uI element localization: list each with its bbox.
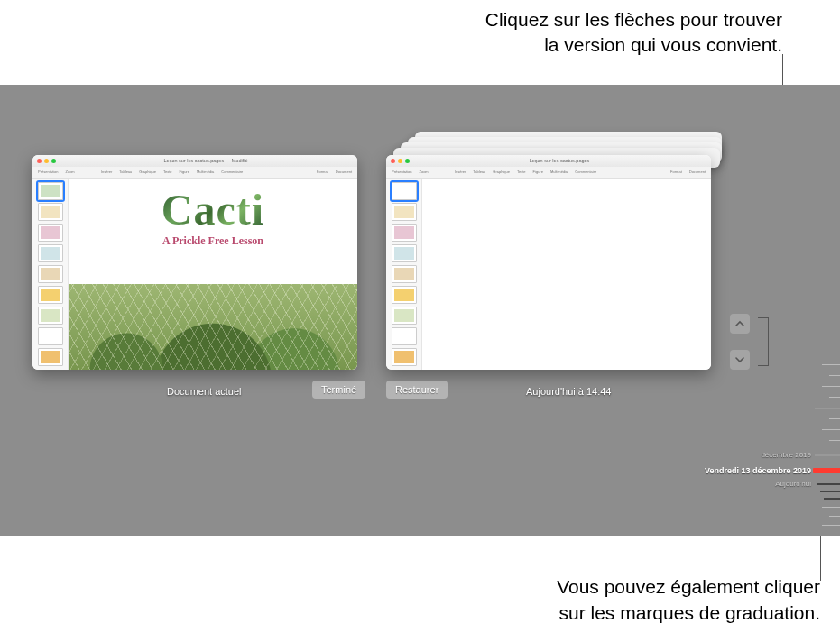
- timeline-tick-selected[interactable]: [813, 468, 840, 473]
- document-body: Cacti A Prickle Free Lesson: [32, 179, 357, 370]
- toolbar-item[interactable]: Document: [336, 170, 352, 174]
- instruction-top-line2: la version qui vous convient.: [544, 34, 782, 55]
- page-thumbnail[interactable]: [392, 348, 417, 366]
- toolbar-item[interactable]: Multimédia: [550, 170, 568, 174]
- toolbar-item[interactable]: Texte: [163, 170, 172, 174]
- toolbar-item[interactable]: Insérer: [101, 170, 112, 174]
- instruction-bottom-line1: Vous pouvez également cliquer: [557, 576, 820, 597]
- window-titlebar: Leçon sur les cactus.pages — Modifié: [32, 155, 357, 167]
- page-thumbnail[interactable]: [392, 265, 417, 283]
- minimize-icon[interactable]: [44, 159, 49, 163]
- toolbar-item[interactable]: Présentation: [392, 170, 411, 174]
- timeline-tick[interactable]: [822, 386, 840, 387]
- page-canvas[interactable]: Cacti A Prickle Free Lesson: [69, 179, 357, 370]
- page-thumbnail[interactable]: [392, 224, 417, 242]
- timeline-tick[interactable]: [829, 375, 840, 376]
- toolbar: Présentation Zoom Insérer Tableau Graphi…: [386, 167, 711, 179]
- page-thumbnail[interactable]: [38, 244, 63, 262]
- timeline-tick[interactable]: [822, 429, 840, 430]
- timeline-month-label: décembre 2019: [761, 451, 811, 459]
- document-body: [386, 179, 711, 370]
- thumbnail-strip[interactable]: [386, 179, 422, 370]
- instruction-bottom: Vous pouvez également cliquer sur les ma…: [557, 574, 820, 626]
- timeline-tick[interactable]: [815, 408, 840, 409]
- close-icon[interactable]: [391, 159, 395, 163]
- thumbnail-strip[interactable]: [32, 179, 69, 370]
- toolbar-item[interactable]: Format: [670, 170, 682, 174]
- page-thumbnail[interactable]: [392, 182, 417, 200]
- minimize-icon[interactable]: [398, 159, 402, 163]
- version-document-window[interactable]: Leçon sur les cactus.pages Présentation …: [386, 155, 711, 370]
- version-next-button[interactable]: [730, 350, 750, 370]
- toolbar-item[interactable]: Insérer: [455, 170, 466, 174]
- chevron-down-icon: [735, 355, 744, 364]
- nav-bracket: [758, 317, 769, 366]
- page-thumbnail[interactable]: [38, 182, 63, 200]
- window-title: Leçon sur les cactus.pages: [412, 158, 706, 163]
- page-thumbnail[interactable]: [38, 224, 63, 242]
- current-document-window[interactable]: Leçon sur les cactus.pages — Modifié Pré…: [32, 155, 357, 370]
- timeline-selected-label: Vendredi 13 décembre 2019: [705, 466, 811, 475]
- toolbar-item[interactable]: Document: [689, 170, 706, 174]
- page-thumbnail[interactable]: [392, 244, 417, 262]
- timeline-today-label: Aujourd'hui: [775, 480, 811, 488]
- timeline-tick[interactable]: [829, 397, 840, 398]
- timeline-tick[interactable]: [824, 498, 840, 500]
- toolbar-item[interactable]: Graphique: [139, 170, 156, 174]
- page-thumbnail[interactable]: [392, 327, 417, 345]
- window-title: Leçon sur les cactus.pages — Modifié: [59, 158, 353, 163]
- restore-button[interactable]: Restaurer: [386, 381, 448, 399]
- instruction-top: Cliquez sur les flèches pour trouver la …: [485, 7, 782, 59]
- version-timestamp-label: Aujourd'hui à 14:44: [526, 386, 611, 397]
- page-thumbnail[interactable]: [38, 307, 63, 325]
- toolbar-item[interactable]: Figure: [180, 170, 189, 174]
- timeline-tick[interactable]: [822, 507, 840, 508]
- toolbar-item[interactable]: Présentation: [38, 170, 58, 174]
- slide-subtitle: A Prickle Free Lesson: [162, 234, 263, 248]
- done-button-label: Terminé: [321, 384, 356, 395]
- version-prev-button[interactable]: [730, 314, 750, 334]
- page-thumbnail[interactable]: [392, 286, 417, 304]
- page-thumbnail[interactable]: [38, 286, 63, 304]
- page-thumbnail[interactable]: [392, 203, 417, 221]
- window-titlebar: Leçon sur les cactus.pages: [386, 155, 711, 167]
- toolbar-item[interactable]: Commentaire: [221, 170, 243, 174]
- instruction-top-line1: Cliquez sur les flèches pour trouver: [485, 9, 782, 30]
- page-thumbnail[interactable]: [38, 348, 63, 366]
- timeline-tick[interactable]: [829, 418, 840, 419]
- toolbar-item[interactable]: Tableau: [119, 170, 132, 174]
- toolbar-item[interactable]: Tableau: [473, 170, 485, 174]
- zoom-icon[interactable]: [405, 159, 410, 163]
- toolbar: Présentation Zoom Insérer Tableau Graphi…: [32, 167, 357, 179]
- toolbar-item[interactable]: Graphique: [493, 170, 510, 174]
- cactus-image: [69, 284, 357, 370]
- timeline-tick[interactable]: [817, 483, 840, 485]
- close-icon[interactable]: [37, 159, 42, 163]
- page-thumbnail[interactable]: [38, 203, 63, 221]
- toolbar-item[interactable]: Zoom: [65, 170, 74, 174]
- chevron-up-icon: [735, 319, 744, 328]
- timeline-tick[interactable]: [829, 440, 840, 441]
- timeline-tick[interactable]: [829, 516, 840, 517]
- version-timeline[interactable]: décembre 2019 Vendredi 13 décembre 2019 …: [804, 364, 840, 536]
- instruction-bottom-line2: sur les marques de graduation.: [559, 602, 821, 623]
- timeline-tick[interactable]: [822, 364, 840, 365]
- zoom-icon[interactable]: [51, 159, 56, 163]
- toolbar-item[interactable]: Zoom: [419, 170, 428, 174]
- page-canvas-blank[interactable]: [422, 179, 711, 370]
- toolbar-item[interactable]: Figure: [533, 170, 543, 174]
- versions-stage: Leçon sur les cactus.pages — Modifié Pré…: [0, 85, 840, 536]
- toolbar-item[interactable]: Multimédia: [197, 170, 214, 174]
- restore-button-label: Restaurer: [395, 384, 438, 395]
- timeline-tick[interactable]: [822, 525, 840, 526]
- page-thumbnail[interactable]: [392, 307, 417, 325]
- done-button[interactable]: Terminé: [312, 381, 365, 399]
- timeline-tick[interactable]: [820, 491, 840, 492]
- page-thumbnail[interactable]: [38, 327, 63, 345]
- toolbar-item[interactable]: Texte: [517, 170, 526, 174]
- toolbar-item[interactable]: Commentaire: [575, 170, 596, 174]
- page-thumbnail[interactable]: [38, 265, 63, 283]
- slide-content: Cacti A Prickle Free Lesson: [69, 179, 357, 370]
- toolbar-item[interactable]: Format: [317, 170, 328, 174]
- timeline-tick[interactable]: [815, 454, 840, 456]
